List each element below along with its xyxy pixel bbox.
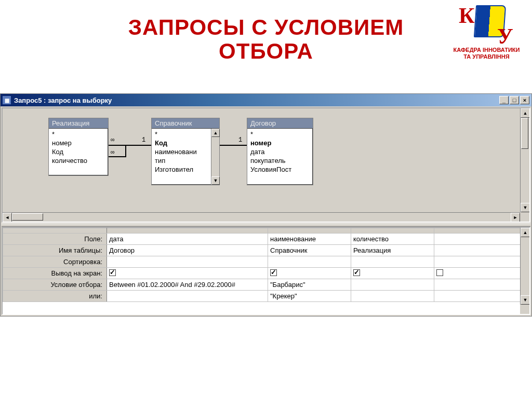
query-grid[interactable]: Поле: дата наименование количество Имя т… [2, 227, 530, 315]
grid-cell[interactable] [268, 256, 351, 268]
close-button[interactable]: × [520, 96, 529, 104]
logo: К І У КАФЕДРА ІННОВАТИКИ ТА УПРАВЛІННЯ [451, 4, 522, 60]
tables-pane[interactable]: Реализация * номер Код количество Справо… [2, 107, 530, 223]
field-item[interactable]: покупатель [247, 156, 313, 165]
grid-cell[interactable] [434, 291, 529, 302]
grid-cell[interactable] [351, 279, 434, 291]
relationship-line[interactable] [109, 145, 151, 146]
relationship-line[interactable] [220, 145, 247, 146]
show-row[interactable]: Вывод на экран: [3, 268, 529, 279]
field-item[interactable]: номер [247, 139, 313, 147]
field-item[interactable]: дата [247, 147, 313, 156]
grid-cell[interactable] [351, 268, 434, 279]
or-row[interactable]: или: "Крекер" [3, 291, 529, 302]
join-cardinality: 1 [238, 136, 242, 144]
join-cardinality: ∞ [111, 149, 114, 156]
logo-image: К І У [451, 4, 522, 46]
grid-cell[interactable]: дата [107, 234, 268, 245]
scroll-up-icon[interactable]: ▲ [521, 228, 530, 237]
join-cardinality: 1 [142, 136, 145, 144]
titlebar[interactable]: ▦ Запрос5 : запрос на выборку _ □ × [1, 94, 531, 106]
show-checkbox[interactable] [436, 269, 443, 276]
grid-cell[interactable]: "Крекер" [268, 291, 351, 302]
row-label: Вывод на экран: [3, 268, 107, 279]
grid-vertical-scrollbar[interactable]: ▲ ▼ [520, 228, 529, 305]
table-dogovor[interactable]: Договор * номер дата покупатель УсловияП… [247, 118, 313, 185]
scroll-left-icon[interactable]: ◄ [3, 213, 12, 222]
show-checkbox[interactable] [353, 269, 360, 276]
table-header[interactable]: Реализация [49, 118, 108, 129]
join-cardinality: ∞ [111, 136, 114, 144]
grid-cell[interactable] [434, 268, 529, 279]
slide-title: ЗАПРОСЫ С УСЛОВИЕМ ОТБОРА [69, 16, 463, 63]
grid-cell[interactable]: Реализация [351, 245, 434, 256]
grid-cell[interactable]: наименование [268, 234, 351, 245]
table-scrollbar[interactable]: ▲ ▼ [211, 129, 219, 185]
grid-cell[interactable]: "Барбарис" [268, 279, 351, 291]
scroll-thumb[interactable] [12, 213, 43, 221]
grid-cell[interactable]: Договор [107, 245, 268, 256]
query-icon: ▦ [3, 96, 11, 104]
row-label: Условие отбора: [3, 279, 107, 291]
field-item[interactable]: Код [49, 147, 108, 156]
grid-cell[interactable] [434, 234, 529, 245]
table-realization[interactable]: Реализация * номер Код количество [48, 118, 109, 176]
maximize-button[interactable]: □ [510, 96, 519, 104]
scroll-up-icon[interactable]: ▲ [521, 108, 530, 118]
row-label: Поле: [3, 234, 107, 245]
grid-cell[interactable]: Справочник [268, 245, 351, 256]
table-header[interactable]: Справочник [152, 118, 219, 129]
row-label: Имя таблицы: [3, 245, 107, 256]
row-label: или: [3, 291, 107, 302]
scroll-down-icon[interactable]: ▼ [211, 176, 220, 185]
window-title: Запрос5 : запрос на выборку [14, 97, 499, 104]
grid-cell[interactable] [107, 291, 268, 302]
scroll-down-icon[interactable]: ▼ [521, 295, 530, 305]
relationship-line[interactable] [109, 156, 125, 157]
field-item[interactable]: * [49, 130, 108, 139]
sort-row[interactable]: Сортировка: [3, 256, 529, 268]
table-spravochnik[interactable]: Справочник * Код наименовани тип Изготов… [151, 118, 220, 185]
grid-cell[interactable] [107, 268, 268, 279]
query-design-window: ▦ Запрос5 : запрос на выборку _ □ × Реал… [0, 93, 532, 317]
vertical-scrollbar[interactable]: ▲ ▼ [520, 108, 529, 212]
grid-cell[interactable] [434, 245, 529, 256]
grid-cell[interactable] [351, 291, 434, 302]
relationship-line [125, 145, 126, 157]
grid-cell[interactable] [434, 279, 529, 291]
criteria-row[interactable]: Условие отбора: Between #01.02.2000# And… [3, 279, 529, 291]
scroll-down-icon[interactable]: ▼ [521, 203, 530, 212]
grid-cell[interactable]: Between #01.02.2000# And #29.02.2000# [107, 279, 268, 291]
row-label: Сортировка: [3, 256, 107, 268]
title-line1: ЗАПРОСЫ С УСЛОВИЕМ [128, 15, 404, 39]
field-item[interactable]: * [247, 130, 313, 139]
scroll-right-icon[interactable]: ► [511, 213, 520, 222]
horizontal-scrollbar[interactable]: ◄ ► [3, 212, 520, 222]
table-header[interactable]: Договор [247, 118, 313, 129]
scroll-thumb[interactable] [521, 118, 528, 149]
field-item[interactable]: Изготовител [152, 165, 211, 174]
grid-cell[interactable]: количество [351, 234, 434, 245]
grid-cell[interactable] [351, 256, 434, 268]
field-row[interactable]: Поле: дата наименование количество [3, 234, 529, 245]
grid-cell[interactable] [107, 256, 268, 268]
field-item[interactable]: УсловияПост [247, 165, 313, 174]
field-item[interactable]: тип [152, 156, 211, 165]
field-item[interactable]: Код [152, 139, 211, 147]
field-item[interactable]: * [152, 130, 211, 139]
table-row[interactable]: Имя таблицы: Договор Справочник Реализац… [3, 245, 529, 256]
grid-header-row [3, 228, 529, 234]
grid-cell[interactable] [434, 256, 529, 268]
field-item[interactable]: наименовани [152, 147, 211, 156]
show-checkbox[interactable] [270, 269, 277, 276]
scroll-up-icon[interactable]: ▲ [211, 129, 220, 137]
grid-cell[interactable] [268, 268, 351, 279]
title-line2: ОТБОРА [219, 39, 313, 63]
minimize-button[interactable]: _ [499, 96, 509, 104]
field-item[interactable]: номер [49, 139, 108, 147]
show-checkbox[interactable] [109, 269, 116, 276]
field-item[interactable]: количество [49, 156, 108, 165]
